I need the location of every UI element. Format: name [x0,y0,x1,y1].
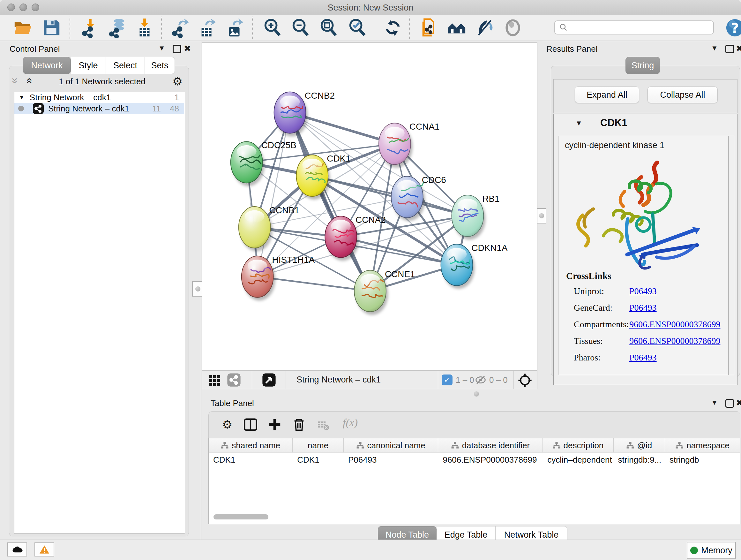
zoom-out-icon[interactable] [290,18,310,38]
open-in-window-icon[interactable] [262,373,276,388]
tab-select[interactable]: Select [106,57,145,74]
table-horizontal-scrollbar[interactable] [213,514,268,519]
protein-expander-icon[interactable]: ▼ [576,119,583,127]
cell-id: stringdb:9... [613,453,665,467]
status-bar: Memory [0,540,741,560]
network-node-CDKN1A[interactable] [441,244,475,289]
network-options-gear-icon[interactable]: ⚙ [172,75,183,88]
tab-network[interactable]: Network [23,57,71,74]
show-annotations-icon[interactable] [503,18,523,38]
network-node-CCNA2[interactable] [325,216,359,261]
control-panel-collapse-icon[interactable]: ▼ [158,44,165,52]
cloud-tasks-button[interactable] [7,543,27,557]
column-header[interactable]: database identifier [438,438,543,452]
node-label-CDC6: CDC6 [422,175,446,185]
column-header[interactable]: @id [614,438,665,452]
export-table-icon[interactable] [198,18,218,38]
zoom-selected-icon[interactable] [347,18,367,38]
table-row[interactable]: CDK1 CDK1 P06493 9606.ENSP00000378699 cy… [209,452,740,467]
collapse-all-button[interactable]: Collapse All [648,86,718,103]
selected-counts: 1 – 0 [456,375,474,385]
network-node-CCNB2[interactable] [274,92,308,137]
open-session-icon[interactable] [13,18,32,38]
compartments-link[interactable]: 9606.ENSP00000378699 [629,319,720,329]
warnings-button[interactable] [35,543,54,557]
export-image-icon[interactable] [225,18,245,38]
network-node-CCNA1[interactable] [379,123,413,168]
window-title: Session: New Session [0,3,741,13]
results-panel-collapse-icon[interactable]: ▼ [711,44,718,52]
selected-checkbox-icon[interactable]: ✓ [442,374,453,385]
export-network-icon[interactable] [171,18,191,38]
network-node-CCNB1[interactable] [239,206,273,251]
tree-expander-icon[interactable]: ▼ [19,94,24,101]
network-canvas[interactable]: CCNB2CCNA1CDC25BCDK1CDC6RB1CCNB1CCNA2CDK… [202,43,537,371]
collapse-all-networks-icon[interactable]: » [11,78,20,84]
hide-annotations-icon[interactable] [475,18,495,38]
protein-structure-image [562,154,725,273]
home-networks-icon[interactable] [447,18,467,38]
import-network-database-icon[interactable] [108,18,128,38]
help-icon[interactable]: ? [725,18,741,38]
uniprot-link[interactable]: P06493 [629,286,657,296]
pharos-link[interactable]: P06493 [629,353,657,362]
table-panel-close-icon[interactable]: ✖ [736,398,741,408]
table-panel-collapse-icon[interactable]: ▼ [711,398,718,407]
node-label-CCNA1: CCNA1 [409,122,440,132]
hidden-eye-icon[interactable] [475,374,487,387]
network-node-RB1[interactable] [452,195,485,240]
birdseye-icon[interactable] [518,373,532,388]
results-scrollbar[interactable] [729,136,734,375]
memory-button[interactable]: Memory [687,542,736,559]
save-session-icon[interactable] [42,18,61,38]
apply-function-icon[interactable]: f(x) [343,417,358,429]
column-header[interactable]: name [293,438,344,452]
add-column-icon[interactable] [267,417,282,433]
share-network-icon[interactable] [227,373,241,388]
tab-string[interactable]: String [625,57,660,74]
import-network-file-icon[interactable] [80,18,100,38]
network-node-CDC6[interactable] [391,176,425,221]
column-header[interactable]: description [543,438,613,452]
tab-style[interactable]: Style [71,57,106,74]
zoom-fit-icon[interactable] [319,18,338,38]
expand-all-button[interactable]: Expand All [575,86,639,103]
refresh-icon[interactable] [383,18,403,38]
string-import-icon[interactable] [419,18,439,38]
delete-table-icon[interactable] [317,419,329,433]
results-panel-tabs: String [625,57,660,74]
network-tree-selected-row[interactable]: String Network – cdk1 11 48 [14,103,184,114]
memory-label: Memory [701,546,732,556]
column-tree-icon [676,442,683,449]
network-tree-root-row[interactable]: ▼ String Network – cdk1 1 [14,92,184,103]
control-panel-close-icon[interactable]: ✖ [184,44,191,53]
expand-all-networks-icon[interactable]: « [25,78,35,84]
network-node-CDK1[interactable] [296,155,330,199]
cell-shared-name: CDK1 [209,453,293,467]
zoom-in-icon[interactable] [262,18,282,38]
import-table-icon[interactable] [135,18,154,38]
network-view-title: String Network – cdk1 [296,375,381,385]
network-node-HIST1H1A[interactable] [242,256,275,301]
delete-column-icon[interactable] [292,417,307,433]
show-columns-icon[interactable] [243,417,258,433]
grid-view-icon[interactable] [208,374,221,388]
table-panel-float-icon[interactable] [725,399,734,408]
control-panel-title: Control Panel [10,44,60,54]
table-settings-gear-icon[interactable]: ⚙ [222,418,232,431]
network-node-CCNE1[interactable] [354,270,388,315]
column-header[interactable]: canonical name [344,438,439,452]
column-header[interactable]: shared name [209,438,293,452]
network-edge-CCNB2-HIST1H1A[interactable] [258,113,290,277]
control-panel-float-icon[interactable] [173,45,181,53]
tissues-link[interactable]: 9606.ENSP00000378699 [629,336,720,346]
search-input[interactable] [554,20,714,35]
cell-namespace: stringdb [665,453,740,467]
results-panel-close-icon[interactable]: ✖ [736,44,741,53]
genecard-link[interactable]: P06493 [629,303,657,313]
table-panel-title: Table Panel [211,398,254,408]
tab-sets[interactable]: Sets [145,57,175,74]
viewbar-separator [438,371,438,389]
results-panel-float-icon[interactable] [725,45,734,53]
column-header[interactable]: namespace [665,438,740,452]
